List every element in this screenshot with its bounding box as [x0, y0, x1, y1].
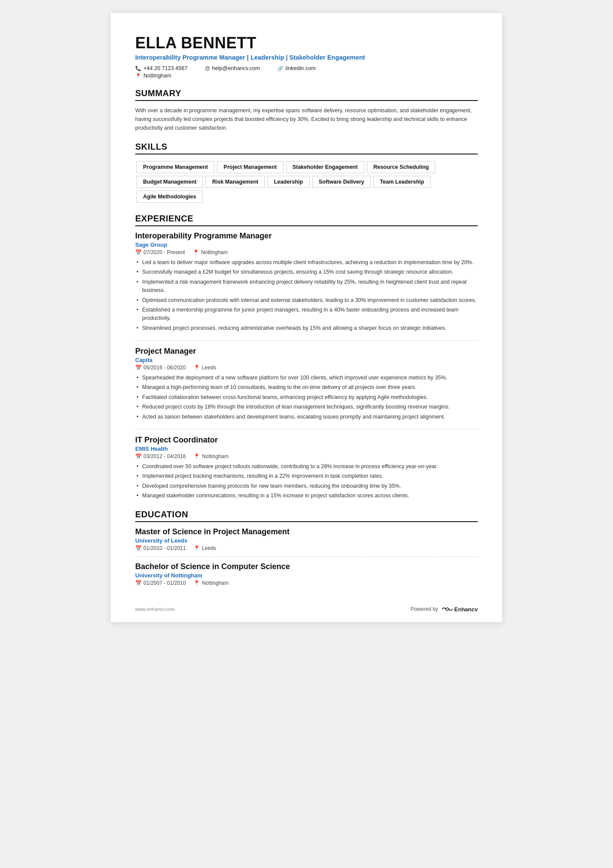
resume-page: ELLA BENNETT Interoperability Programme …: [111, 13, 502, 622]
job-divider: [135, 429, 478, 429]
location-value: Nottingham: [143, 73, 171, 79]
education-item: Master of Science in Project Management …: [135, 527, 478, 551]
bullet-item: Developed comprehensive training protoco…: [135, 482, 478, 490]
job-company: Sage Group: [135, 241, 478, 248]
calendar-icon: 📅: [135, 249, 142, 255]
summary-text: With over a decade in programme manageme…: [135, 106, 478, 132]
experience-title: EXPERIENCE: [135, 214, 478, 226]
location-pin-icon: 📍: [193, 249, 199, 255]
jobs-container: Interoperability Programme Manager Sage …: [135, 231, 478, 500]
candidate-name: ELLA BENNETT: [135, 34, 478, 52]
skill-tag: Resource Scheduling: [367, 161, 436, 173]
email-contact: help@enhancv.com: [205, 65, 260, 71]
job-date: 📅 07/2020 - Present: [135, 249, 185, 255]
bullet-item: Established a mentorship programme for j…: [135, 306, 478, 323]
bullet-item: Reduced project costs by 18% through the…: [135, 403, 478, 411]
linkedin-contact: linkedin.com: [277, 65, 316, 71]
brand-name: Enhancv: [454, 606, 478, 613]
job-meta: 📅 05/2016 - 06/2020 📍 Leeds: [135, 365, 478, 371]
skill-tag: Risk Management: [206, 176, 265, 188]
job-location: 📍 Nottingham: [193, 249, 227, 255]
education-item: Bachelor of Science in Computer Science …: [135, 562, 478, 586]
bullet-item: Implemented project tracking mechanisms,…: [135, 472, 478, 480]
job-company: Capita: [135, 357, 478, 363]
edu-location: 📍 Leeds: [193, 545, 216, 551]
education-title: EDUCATION: [135, 509, 478, 522]
job-date: 📅 05/2016 - 06/2020: [135, 365, 186, 371]
location-icon: [135, 73, 141, 79]
edu-school: University of Leeds: [135, 537, 478, 544]
edu-school: University of Nottingham: [135, 572, 478, 579]
location-row: Nottingham: [135, 73, 478, 79]
edu-location-icon: 📍: [193, 580, 200, 586]
bullet-item: Successfully managed a £2M budget for si…: [135, 268, 478, 276]
summary-title: SUMMARY: [135, 88, 478, 101]
calendar-icon: 📅: [135, 365, 142, 371]
email-value: help@enhancv.com: [212, 65, 260, 71]
job-item: Interoperability Programme Manager Sage …: [135, 231, 478, 332]
job-bullets: Led a team to deliver major software upg…: [135, 258, 478, 332]
bullet-item: Managed stakeholder communications, resu…: [135, 492, 478, 500]
education-section: EDUCATION Master of Science in Project M…: [135, 509, 478, 586]
phone-contact: +44 20 7123 4567: [135, 65, 187, 71]
job-company: EMIS Health: [135, 446, 478, 452]
edu-meta: 📅 01/2007 - 01/2010 📍 Nottingham: [135, 580, 478, 586]
job-divider: [135, 340, 478, 341]
bullet-item: Acted as liaison between stakeholders an…: [135, 413, 478, 421]
job-bullets: Spearheaded the deployment of a new soft…: [135, 374, 478, 421]
phone-icon: [135, 66, 141, 71]
footer-website: www.enhancv.com: [135, 607, 175, 612]
edu-meta: 📅 01/2010 - 01/2011 📍 Leeds: [135, 545, 478, 551]
job-location: 📍 Nottingham: [193, 453, 228, 459]
powered-by-text: Powered by: [410, 606, 438, 612]
job-meta: 📅 03/2012 - 04/2016 📍 Nottingham: [135, 453, 478, 459]
candidate-subtitle: Interoperability Programme Manager | Lea…: [135, 54, 478, 61]
enhancv-logo: Enhancv: [441, 606, 478, 613]
bullet-item: Led a team to deliver major software upg…: [135, 258, 478, 267]
edu-divider: [135, 556, 478, 557]
footer: www.enhancv.com Powered by Enhancv: [135, 606, 478, 613]
job-item: Project Manager Capita 📅 05/2016 - 06/20…: [135, 347, 478, 421]
job-meta: 📅 07/2020 - Present 📍 Nottingham: [135, 249, 478, 255]
skills-section: SKILLS Programme ManagementProject Manag…: [135, 142, 478, 204]
email-icon: [205, 65, 210, 71]
experience-section: EXPERIENCE Interoperability Programme Ma…: [135, 214, 478, 500]
job-item: IT Project Coordinator EMIS Health 📅 03/…: [135, 436, 478, 500]
skill-tag: Leadership: [267, 176, 310, 188]
bullet-item: Managed a high-performing team of 10 con…: [135, 383, 478, 392]
bullet-item: Streamlined project processes, reducing …: [135, 324, 478, 332]
edu-calendar-icon: 📅: [135, 545, 142, 551]
education-container: Master of Science in Project Management …: [135, 527, 478, 586]
summary-section: SUMMARY With over a decade in programme …: [135, 88, 478, 132]
edu-location: 📍 Nottingham: [193, 580, 228, 586]
job-title: Project Manager: [135, 347, 478, 356]
phone-value: +44 20 7123 4567: [143, 65, 187, 71]
logo-svg: [441, 606, 453, 613]
edu-degree: Bachelor of Science in Computer Science: [135, 562, 478, 571]
location-pin-icon: 📍: [193, 453, 200, 459]
edu-date: 📅 01/2007 - 01/2010: [135, 580, 186, 586]
bullet-item: Coordinated over 50 software project rol…: [135, 462, 478, 471]
header: ELLA BENNETT Interoperability Programme …: [135, 34, 478, 79]
link-icon: [277, 66, 283, 71]
calendar-icon: 📅: [135, 453, 142, 459]
contact-row: +44 20 7123 4567 help@enhancv.com linked…: [135, 65, 478, 71]
linkedin-value: linkedin.com: [286, 65, 316, 71]
skill-tag: Programme Management: [137, 161, 214, 173]
edu-degree: Master of Science in Project Management: [135, 527, 478, 536]
job-title: IT Project Coordinator: [135, 436, 478, 445]
bullet-item: Spearheaded the deployment of a new soft…: [135, 374, 478, 382]
footer-brand: Powered by Enhancv: [410, 606, 478, 613]
job-title: Interoperability Programme Manager: [135, 231, 478, 241]
skills-grid: Programme ManagementProject ManagementSt…: [135, 160, 478, 204]
skill-tag: Stakeholder Engagement: [286, 161, 364, 173]
bullet-item: Implemented a risk management framework …: [135, 278, 478, 295]
skill-tag: Software Delivery: [312, 176, 371, 188]
bullet-item: Optimised communication protocols with i…: [135, 296, 478, 305]
job-location: 📍 Leeds: [193, 365, 216, 371]
location-pin-icon: 📍: [193, 365, 200, 371]
skill-tag: Project Management: [217, 161, 283, 173]
edu-date: 📅 01/2010 - 01/2011: [135, 545, 186, 551]
bullet-item: Facilitated collaboration between cross-…: [135, 393, 478, 402]
skill-tag: Agile Methodologies: [137, 191, 203, 203]
